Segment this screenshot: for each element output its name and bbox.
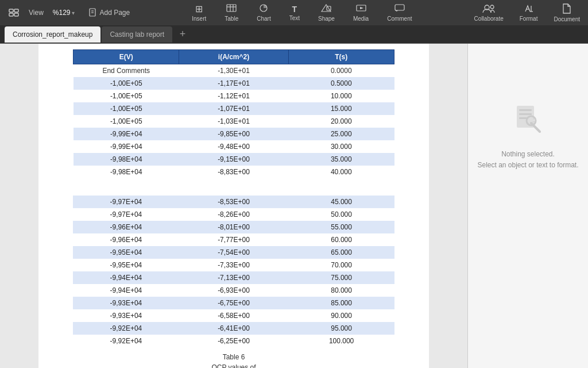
svg-rect-24 (519, 113, 532, 115)
svg-point-18 (490, 5, 494, 9)
table-tool[interactable]: Table (221, 2, 242, 24)
table-row: -9,95E+04-7,33E+0070.000 (73, 259, 394, 271)
top-table-section: E(V) i(A/cm^2) T(s) End Comments-1,30E+0… (38, 44, 429, 184)
toolbar: View %129 ▾ Add Page ⊞ Insert (0, 0, 588, 25)
page-content: E(V) i(A/cm^2) T(s) End Comments-1,30E+0… (38, 44, 429, 368)
text-tool[interactable]: T Text (286, 3, 303, 23)
svg-marker-15 (360, 7, 363, 9)
header-ev: E(V) (74, 50, 179, 64)
tab-corrosion[interactable]: Corrosion_report_makeup (5, 26, 100, 43)
table-row: -1,00E+05-1,03E+0120.000 (74, 115, 394, 128)
table-row: -9,96E+04-7,77E+0060.000 (73, 233, 394, 246)
table-caption: Table 6 OCP values of Stainless Steel (73, 352, 394, 368)
toolbar-center: ⊞ Insert Table Chart (136, 2, 468, 24)
view-button[interactable] (5, 3, 23, 22)
svg-rect-23 (519, 109, 532, 111)
svg-rect-2 (9, 13, 13, 16)
insert-tool[interactable]: ⊞ Insert (188, 2, 210, 24)
table-row: -9,96E+04-8,01E+0055.000 (73, 221, 394, 233)
bottom-table-section: -9,97E+04-8,53E+0045.000-9,97E+04-8,26E+… (38, 184, 429, 368)
document-area: E(V) i(A/cm^2) T(s) End Comments-1,30E+0… (0, 44, 467, 368)
toolbar-right: Collaborate Format Document (471, 2, 583, 24)
svg-rect-1 (14, 9, 18, 12)
table-row: -9,99E+04-9,85E+0025.000 (74, 128, 394, 140)
table-row: -9,98E+04-9,15E+0035.000 (74, 153, 394, 166)
data-table-bottom: -9,97E+04-8,53E+0045.000-9,97E+04-8,26E+… (73, 195, 394, 347)
data-table-top: E(V) i(A/cm^2) T(s) End Comments-1,30E+0… (73, 49, 394, 178)
svg-rect-0 (9, 9, 13, 12)
table-row: -9,99E+04-9,48E+0030.000 (74, 140, 394, 153)
table-row: -1,00E+05-1,12E+0110.000 (74, 90, 394, 102)
document-button[interactable]: Document (550, 2, 583, 24)
tabbar: Corrosion_report_makeup Casting lab repo… (0, 25, 588, 44)
media-tool[interactable]: Media (350, 2, 372, 24)
tab-casting[interactable]: Casting lab report (102, 26, 172, 43)
table-row: -1,00E+05-1,07E+0115.000 (74, 102, 394, 115)
nothing-selected-text: Nothing selected. Select an object or te… (477, 149, 578, 171)
comment-tool[interactable]: Comment (384, 2, 415, 24)
add-tab-button[interactable]: + (176, 28, 189, 41)
toolbar-left: View %129 ▾ Add Page (5, 3, 133, 22)
zoom-control[interactable]: %129 ▾ (49, 7, 78, 18)
table-row: -9,93E+04-6,58E+0090.000 (73, 309, 394, 322)
table-header-row: E(V) i(A/cm^2) T(s) (74, 50, 394, 64)
right-panel: Nothing selected. Select an object or te… (467, 44, 588, 368)
table-row: -9,97E+04-8,26E+0050.000 (73, 208, 394, 221)
svg-rect-16 (395, 5, 404, 10)
view-label[interactable]: View (25, 7, 47, 18)
main-area: E(V) i(A/cm^2) T(s) End Comments-1,30E+0… (0, 44, 588, 368)
table-row: End Comments-1,30E+010.0000 (74, 64, 394, 78)
add-page-button[interactable]: Add Page (85, 6, 134, 19)
header-i: i(A/cm^2) (179, 50, 288, 64)
nothing-selected-icon (511, 101, 546, 142)
table-row: -1,00E+05-1,17E+010.5000 (74, 77, 394, 90)
table-row: -9,98E+04-8,83E+0040.000 (74, 166, 394, 178)
table-row: -9,94E+04-6,93E+0080.000 (73, 284, 394, 297)
table-row: -9,92E+04-6,25E+00100.000 (73, 335, 394, 347)
table-row: -9,92E+04-6,41E+0095.000 (73, 322, 394, 335)
shape-tool[interactable]: Shape (315, 2, 338, 24)
collaborate-button[interactable]: Collaborate (471, 2, 507, 24)
svg-rect-3 (14, 13, 18, 16)
table-row: -9,97E+04-8,53E+0045.000 (73, 195, 394, 208)
format-button[interactable]: Format (516, 2, 541, 24)
table-row: -9,93E+04-6,75E+0085.000 (73, 297, 394, 309)
table-row: -9,95E+04-7,54E+0065.000 (73, 246, 394, 259)
chart-tool[interactable]: Chart (253, 2, 274, 24)
nothing-selected-panel: Nothing selected. Select an object or te… (477, 101, 578, 171)
header-t: T(s) (288, 50, 394, 64)
svg-rect-7 (227, 5, 236, 12)
table-row: -9,94E+04-7,13E+0075.000 (73, 271, 394, 284)
